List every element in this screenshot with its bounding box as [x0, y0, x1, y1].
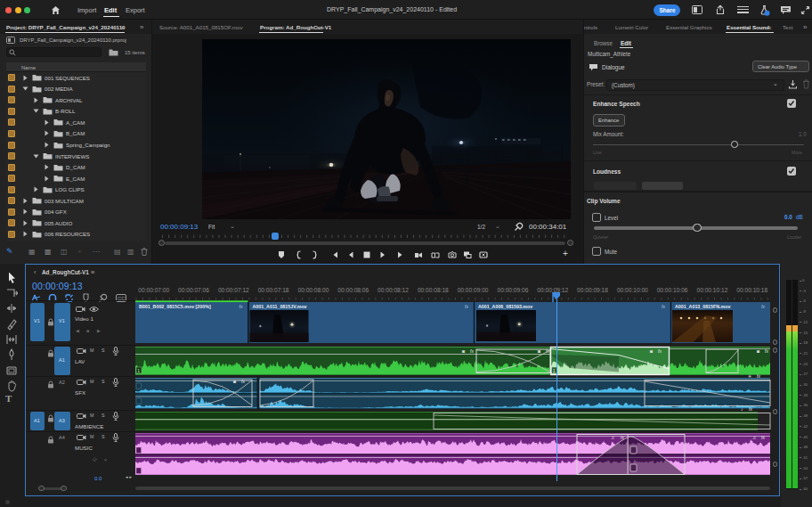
svg-text:fx: fx	[546, 348, 549, 354]
svg-text:◙: ◙	[650, 348, 653, 354]
svg-text:fx: fx	[465, 304, 468, 309]
svg-text:◙: ◙	[462, 348, 465, 354]
svg-text:fx: fx	[749, 406, 752, 412]
svg-text:fx: fx	[240, 304, 243, 309]
svg-text:fx: fx	[761, 304, 765, 309]
svg-text:fx: fx	[662, 304, 665, 309]
svg-text:1: 1	[553, 368, 556, 373]
svg-text:fx: fx	[658, 348, 662, 354]
svg-text:fx: fx	[241, 379, 245, 384]
svg-text:A001_A006_081593.mov: A001_A006_081593.mov	[478, 304, 532, 309]
svg-text:◙: ◙	[538, 348, 540, 354]
svg-text:A001_A013_0815FN.mov: A001_A013_0815FN.mov	[675, 304, 730, 309]
svg-text:fx: fx	[470, 348, 474, 354]
svg-text:♫: ♫	[611, 435, 614, 440]
svg-text:♫: ♫	[752, 435, 756, 440]
svg-text:fx: fx	[765, 348, 768, 354]
svg-text:fx: fx	[621, 435, 624, 440]
svg-text:fx: fx	[757, 373, 760, 379]
svg-text:fx: fx	[761, 435, 765, 440]
svg-text:◙: ◙	[233, 379, 236, 384]
svg-text:A001_A011_0815JV.mov: A001_A011_0815JV.mov	[253, 304, 307, 309]
svg-text:1: 1	[137, 368, 140, 373]
svg-text:B001_B002_0815C5.mov [200%]: B001_B002_0815C5.mov [200%]	[139, 304, 211, 309]
svg-text:◙: ◙	[757, 348, 759, 354]
svg-text:☀: ☀	[748, 373, 751, 379]
